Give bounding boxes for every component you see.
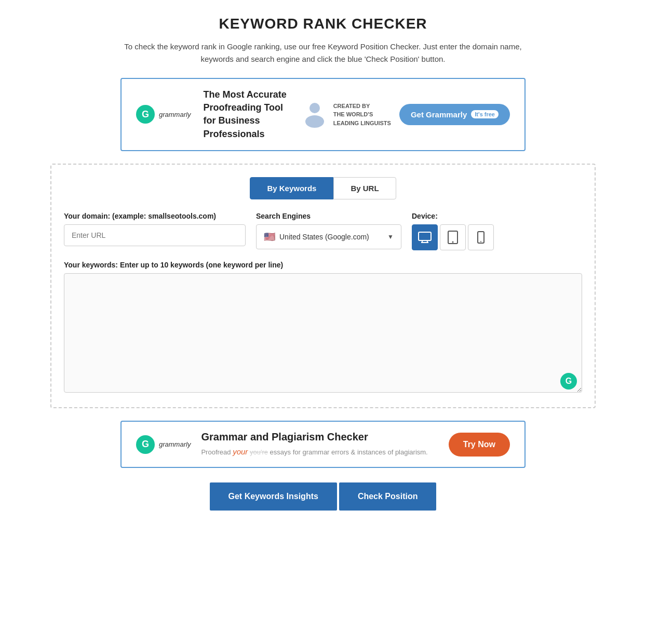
grammarly-badge-icon: G [560,373,577,390]
ad2-title: Grammar and Plagiarism Checker [201,431,427,443]
grammarly-logo: G grammarly [136,105,191,124]
grammarly-name: grammarly [159,111,191,118]
se-inner: 🇺🇸 United States (Google.com) [264,231,369,243]
domain-group: Your domain: (example: smallseotools.com… [64,212,246,246]
device-buttons [412,224,494,250]
keywords-label: Your keywords: Enter up to 10 keywords (… [64,261,582,269]
mobile-icon [477,231,484,244]
check-position-button[interactable]: Check Position [339,482,437,511]
svg-rect-2 [419,232,431,240]
se-value: United States (Google.com) [279,233,369,241]
domain-input[interactable] [64,224,246,246]
person-icon [301,101,328,128]
device-label: Device: [412,212,494,220]
device-group: Device: [412,212,494,250]
search-engine-label: Search Engines [256,212,401,220]
get-grammarly-label: Get Grammarly [411,110,467,119]
ad1-created-by: CREATED BYTHE WORLD'SLEADING LINGUISTS [301,101,391,128]
flag-icon: 🇺🇸 [264,231,275,243]
ad2-desc: Proofread your you're essays for grammar… [201,446,427,458]
svg-point-1 [305,115,324,128]
mobile-device-button[interactable] [468,224,494,250]
ad2-desc-text: essays for grammar errors & instances of… [270,448,428,456]
get-grammarly-button[interactable]: Get Grammarly It's free [399,104,510,125]
get-keywords-insights-button[interactable]: Get Keywords Insights [210,482,337,511]
tablet-icon [448,231,458,244]
page-title: KEYWORD RANK CHECKER [10,16,636,32]
svg-point-7 [452,241,454,243]
ad2-text: Grammar and Plagiarism Checker Proofread… [201,431,427,458]
ad-banner-2: G grammarly Grammar and Plagiarism Check… [120,421,526,468]
tab-by-url[interactable]: By URL [333,177,396,199]
try-now-button[interactable]: Try Now [449,433,510,457]
search-engine-group: Search Engines 🇺🇸 United States (Google.… [256,212,401,249]
domain-label: Your domain: (example: smallseotools.com… [64,212,246,220]
ad1-created-text: CREATED BYTHE WORLD'SLEADING LINGUISTS [333,102,391,128]
ad-banner-1: G grammarly The Most Accurate Proofreadi… [120,78,526,151]
grammarly-logo-2: G grammarly [136,435,191,454]
strikethrough-text: you're [250,448,268,456]
grammarly-icon-2: G [136,435,155,454]
tabs: By Keywords By URL [64,177,582,199]
tab-by-keywords[interactable]: By Keywords [250,177,333,199]
form-row: Your domain: (example: smallseotools.com… [64,212,582,250]
keywords-group: Your keywords: Enter up to 10 keywords (… [64,261,582,395]
tablet-device-button[interactable] [440,224,466,250]
keywords-wrapper: G [64,273,582,395]
desktop-device-button[interactable] [412,224,438,250]
svg-point-0 [309,103,320,113]
page-subtitle: To check the keyword rank in Google rank… [120,41,526,65]
ad1-main-text: The Most Accurate Proofreading Tool for … [191,88,301,141]
your-text: your [233,447,248,456]
bottom-buttons: Get Keywords Insights Check Position [10,482,636,511]
chevron-down-icon: ▼ [387,233,394,240]
tool-container: By Keywords By URL Your domain: (example… [50,164,596,408]
svg-point-9 [480,241,481,242]
grammarly-name-2: grammarly [159,440,191,448]
free-badge: It's free [471,110,499,118]
search-engine-select[interactable]: 🇺🇸 United States (Google.com) ▼ [256,224,401,249]
grammarly-icon: G [136,105,155,124]
keywords-textarea[interactable] [64,273,582,393]
desktop-icon [418,232,432,243]
